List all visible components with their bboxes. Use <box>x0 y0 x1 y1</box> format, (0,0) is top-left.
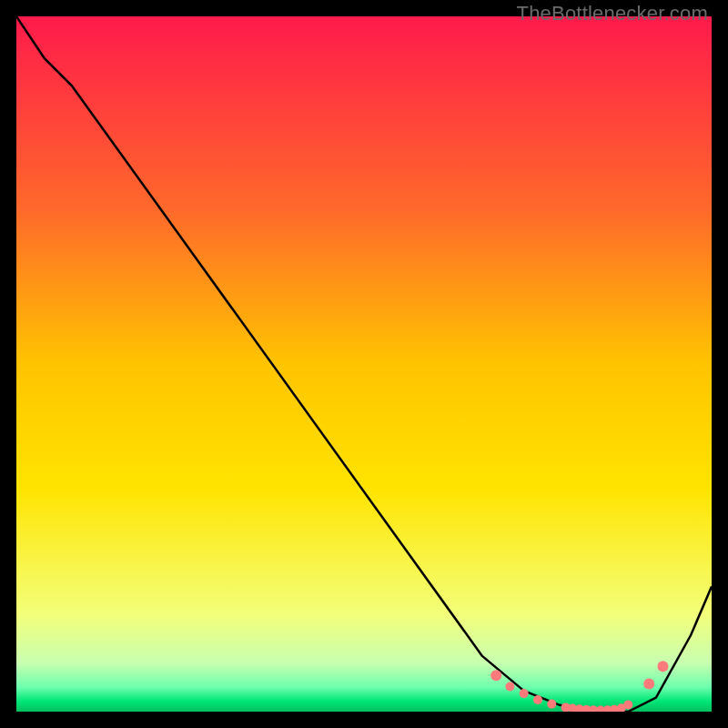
optimal-dot <box>658 661 669 672</box>
optimal-dot <box>547 700 556 709</box>
gradient-background <box>16 16 712 712</box>
optimal-dot <box>643 678 654 689</box>
optimal-dot <box>490 670 501 681</box>
optimal-dot <box>505 682 514 692</box>
optimal-dot <box>533 695 542 704</box>
optimal-dot <box>520 689 529 698</box>
chart-frame <box>16 16 712 712</box>
optimal-dot <box>623 700 632 709</box>
watermark-text: TheBottlenecker.com <box>517 2 708 25</box>
chart-svg <box>16 16 712 712</box>
